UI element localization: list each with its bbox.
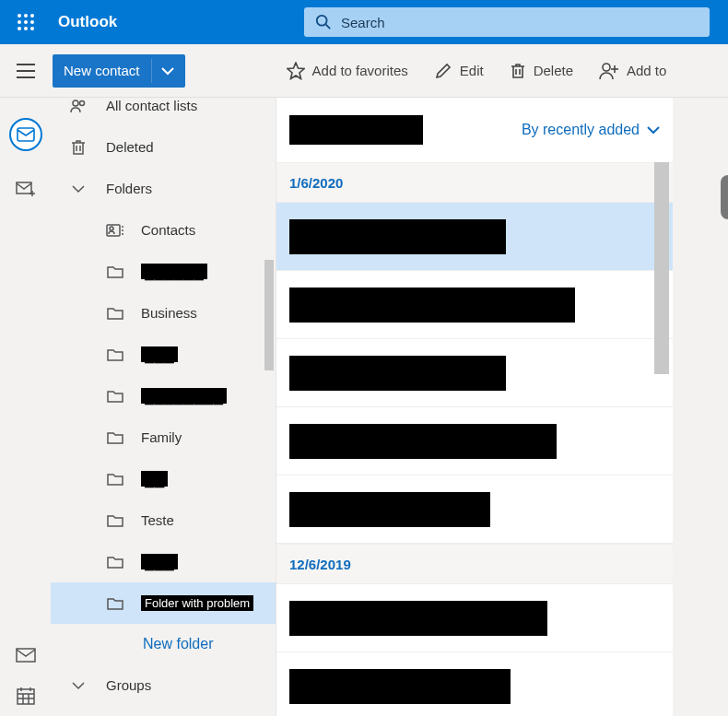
folder-label: Contacts xyxy=(141,222,195,238)
nav-folder-item[interactable]: ███ xyxy=(51,334,276,375)
svg-marker-14 xyxy=(288,63,304,79)
nav-scrollbar[interactable] xyxy=(264,260,274,370)
people-icon xyxy=(70,99,87,113)
folder-label: ██████ xyxy=(141,264,207,279)
chevron-down-icon xyxy=(72,681,85,690)
split-divider xyxy=(151,59,152,83)
waffle-icon xyxy=(18,14,34,30)
folder-label: ███ xyxy=(141,346,178,362)
contact-name-redacted xyxy=(289,219,506,254)
contact-row[interactable] xyxy=(276,584,673,652)
nav-folder-item[interactable]: Family xyxy=(51,417,276,458)
nav-deleted[interactable]: Deleted xyxy=(51,126,276,168)
nav-folders-header[interactable]: Folders xyxy=(51,168,276,209)
contact-row[interactable] xyxy=(276,475,673,544)
rail-new-mail[interactable] xyxy=(0,170,51,210)
folder-icon xyxy=(106,307,124,320)
rail-mail[interactable] xyxy=(0,635,51,675)
outlook-module-icon[interactable] xyxy=(9,118,42,151)
chevron-down-icon[interactable] xyxy=(161,66,174,76)
contact-name-redacted xyxy=(289,669,511,704)
folder-icon xyxy=(106,265,124,278)
rail-calendar[interactable] xyxy=(0,675,51,716)
add-to-label: Add to xyxy=(627,63,666,78)
svg-rect-23 xyxy=(18,689,34,704)
left-rail xyxy=(0,98,51,716)
svg-rect-18 xyxy=(18,128,34,141)
list-title-redacted xyxy=(289,115,423,145)
detail-avatar-peek xyxy=(721,175,728,219)
folder-icon xyxy=(106,597,124,610)
svg-point-33 xyxy=(110,227,113,230)
svg-point-1 xyxy=(24,14,28,18)
contact-name-redacted xyxy=(289,288,575,323)
svg-point-8 xyxy=(30,27,34,30)
mail-plus-icon xyxy=(16,182,36,198)
nav-folder-item[interactable]: ██ xyxy=(51,458,276,499)
contact-name-redacted xyxy=(289,492,490,527)
svg-point-4 xyxy=(24,20,28,24)
search-icon xyxy=(315,14,332,30)
title-bar: Outlook xyxy=(0,0,728,44)
sort-button[interactable]: By recently added xyxy=(522,122,660,138)
contact-row[interactable] xyxy=(276,271,673,339)
svg-rect-32 xyxy=(107,225,120,236)
chevron-down-icon xyxy=(72,184,85,194)
folder-icon xyxy=(106,348,124,361)
star-icon xyxy=(287,62,305,80)
nav-folder-item[interactable]: Teste xyxy=(51,499,276,541)
add-to-favorites-button[interactable]: Add to favorites xyxy=(287,62,408,80)
calendar-icon xyxy=(17,687,35,705)
sort-label: By recently added xyxy=(522,122,640,138)
nav-folder-item[interactable]: Folder with problem xyxy=(51,582,276,624)
list-header: By recently added xyxy=(276,98,673,162)
contact-list-pane: By recently added 1/6/202012/6/2019 xyxy=(276,98,673,716)
pencil-icon xyxy=(434,62,452,80)
folder-label: ███ xyxy=(141,554,178,569)
nav-groups-header[interactable]: Groups xyxy=(51,664,276,706)
nav-label: Folders xyxy=(106,181,152,196)
new-folder-label: New folder xyxy=(143,636,213,652)
edit-button[interactable]: Edit xyxy=(434,62,484,80)
nav-folder-item[interactable]: Contacts xyxy=(51,209,276,251)
nav-all-contact-lists[interactable]: All contact lists xyxy=(51,98,276,126)
folder-label: Family xyxy=(141,429,182,445)
person-plus-icon xyxy=(599,62,619,80)
svg-point-5 xyxy=(30,20,34,24)
folder-label: Teste xyxy=(141,512,174,528)
folder-icon xyxy=(106,556,124,569)
add-to-button[interactable]: Add to xyxy=(599,62,666,80)
delete-button[interactable]: Delete xyxy=(510,62,573,80)
new-folder-button[interactable]: New folder xyxy=(51,624,276,664)
folder-nav: All contact lists Deleted Folders Contac… xyxy=(51,98,276,716)
folder-label: ████████ xyxy=(141,388,227,404)
svg-point-0 xyxy=(18,14,21,18)
contact-row[interactable] xyxy=(276,407,673,475)
folder-label: ██ xyxy=(141,471,168,487)
nav-folder-item[interactable]: ██████ xyxy=(51,251,276,292)
search-box[interactable] xyxy=(304,7,710,37)
contact-row[interactable] xyxy=(276,339,673,407)
svg-rect-22 xyxy=(17,649,35,662)
new-contact-label: New contact xyxy=(64,63,140,78)
contact-name-redacted xyxy=(289,356,506,391)
contact-name-redacted xyxy=(289,601,547,636)
new-contact-button[interactable]: New contact xyxy=(53,54,185,88)
command-bar: New contact Add to favorites Edit Delete… xyxy=(0,44,728,98)
folder-label: Folder with problem xyxy=(141,595,253,611)
search-input[interactable] xyxy=(341,15,699,30)
contact-row[interactable] xyxy=(276,203,673,271)
chevron-down-icon xyxy=(647,125,660,135)
list-scrollbar[interactable] xyxy=(654,162,669,374)
svg-line-10 xyxy=(326,25,331,29)
nav-folder-item[interactable]: ████████ xyxy=(51,375,276,417)
date-header: 1/6/2020 xyxy=(276,162,673,203)
app-launcher-button[interactable] xyxy=(0,0,51,44)
contact-row[interactable] xyxy=(276,652,673,716)
svg-point-30 xyxy=(73,100,78,106)
nav-folder-item[interactable]: ███ xyxy=(51,541,276,582)
mail-icon xyxy=(16,648,36,663)
nav-toggle-button[interactable] xyxy=(0,64,51,78)
svg-point-9 xyxy=(317,16,327,26)
nav-folder-item[interactable]: Business xyxy=(51,292,276,334)
